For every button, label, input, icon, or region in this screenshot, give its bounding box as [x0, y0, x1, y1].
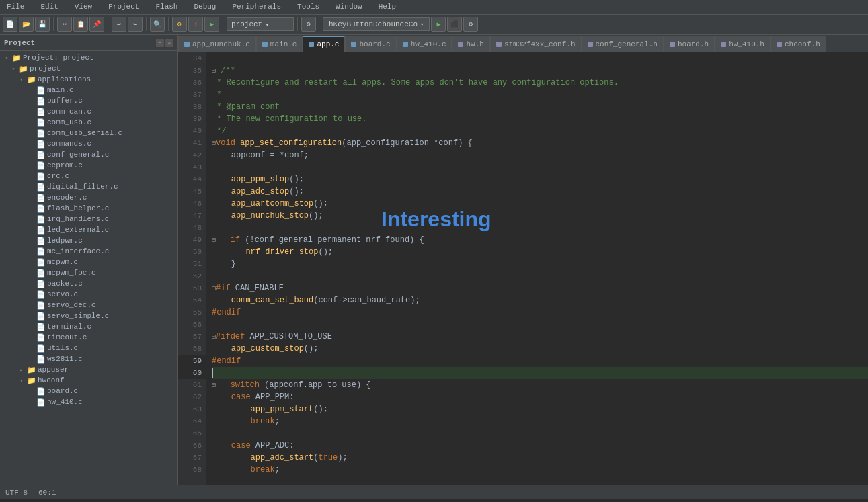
list-item[interactable]: 📄 irq_handlers.c	[0, 214, 177, 224]
code-line[interactable]: * The new configuration to use.	[212, 113, 868, 125]
cut-button[interactable]: ✂	[57, 17, 72, 32]
settings-button[interactable]: ⚙	[301, 17, 316, 32]
tab-hw410-h[interactable]: hw_410.h	[715, 36, 771, 52]
menu-tools[interactable]: Tools	[293, 1, 323, 12]
list-item[interactable]: 📄 mcpwm.c	[0, 257, 177, 267]
tab-hw410[interactable]: hw_410.c	[397, 36, 452, 52]
list-item[interactable]: 📄 crc.c	[0, 171, 177, 181]
code-line[interactable]: app_uartcomm_stop();	[212, 198, 868, 210]
open-file-button[interactable]: 📂	[19, 17, 34, 32]
code-line[interactable]: case APP_PPM:	[212, 391, 868, 403]
list-item[interactable]: 📄 servo_simple.c	[0, 310, 177, 321]
code-line[interactable]: #endif	[212, 306, 868, 319]
list-item[interactable]: 📄 utils.c	[0, 343, 177, 353]
code-line[interactable]: app_ppm_start();	[212, 403, 868, 415]
paste-button[interactable]: 📌	[89, 17, 104, 32]
code-line[interactable]: comm_can_set_baud(conf->can_baud_rate);	[212, 294, 868, 306]
code-line-current[interactable]	[212, 367, 868, 379]
code-line[interactable]	[212, 270, 868, 282]
redo-button[interactable]: ↪	[128, 17, 143, 32]
list-item[interactable]: 📄 servo_dec.c	[0, 300, 177, 310]
code-line[interactable]: * @param conf	[212, 101, 868, 113]
menu-file[interactable]: File	[3, 1, 28, 12]
code-line[interactable]	[212, 52, 868, 65]
code-line[interactable]: *	[212, 89, 868, 101]
list-item[interactable]: 📄 main.c	[0, 85, 177, 95]
code-line[interactable]: break;	[212, 464, 868, 476]
list-item[interactable]: 📄 board.c	[0, 386, 177, 396]
code-line[interactable]: */	[212, 125, 868, 137]
sidebar-collapse-button[interactable]: −	[156, 39, 164, 47]
tab-main[interactable]: main.c	[256, 36, 303, 52]
tree-hwconf[interactable]: ▾ 📁 hwconf	[0, 375, 177, 386]
tab-conf-general-h[interactable]: conf_general.h	[582, 36, 664, 52]
list-item[interactable]: 📄 eeprom.c	[0, 160, 177, 171]
list-item[interactable]: 📄 hw_410.c	[0, 396, 177, 407]
copy-button[interactable]: 📋	[73, 17, 88, 32]
run-button[interactable]: ▶	[431, 17, 446, 32]
list-item[interactable]: 📄 encoder.c	[0, 192, 177, 203]
code-line[interactable]	[212, 222, 868, 234]
list-item[interactable]: 📄 digital_filter.c	[0, 181, 177, 192]
list-item[interactable]: 📄 timeout.c	[0, 332, 177, 343]
code-line[interactable]: break;	[212, 415, 868, 427]
code-line[interactable]: app_ppm_stop();	[212, 173, 868, 185]
code-line[interactable]: app_nunchuk_stop();	[212, 210, 868, 222]
code-line[interactable]: app_adc_start(true);	[212, 452, 868, 464]
menu-debug[interactable]: Debug	[190, 1, 220, 12]
list-item[interactable]: 📄 comm_usb.c	[0, 117, 177, 128]
code-line[interactable]: case APP_ADC:	[212, 440, 868, 452]
code-line[interactable]: ⊟void app_set_configuration(app_configur…	[212, 137, 868, 149]
undo-button[interactable]: ↩	[112, 17, 126, 32]
list-item[interactable]: 📄 ws2811.c	[0, 353, 177, 364]
project-dropdown[interactable]: project ▾	[227, 17, 294, 31]
list-item[interactable]: 📄 servo.c	[0, 289, 177, 300]
tree-applications[interactable]: ▾ 📁 applications	[0, 74, 177, 85]
menu-flash[interactable]: Flash	[151, 1, 182, 12]
tab-chconf[interactable]: chconf.h	[771, 36, 826, 52]
stop-button[interactable]: ⬛	[447, 17, 462, 32]
list-item[interactable]: 📄 conf_general.c	[0, 149, 177, 160]
menu-window[interactable]: Window	[331, 1, 366, 12]
tree-appuser[interactable]: ▸ 📁 appuser	[0, 364, 177, 375]
search-button[interactable]: 🔍	[150, 17, 165, 32]
settings2-button[interactable]: ⚙	[463, 17, 478, 32]
menu-help[interactable]: Help	[374, 1, 400, 12]
code-line[interactable]: ⊟ switch (appconf.app_to_use) {	[212, 379, 868, 391]
build-button[interactable]: ⚙	[172, 17, 187, 32]
code-line[interactable]: ⊟#if CAN_ENABLE	[212, 282, 868, 294]
tab-hw[interactable]: hw.h	[452, 36, 489, 52]
list-item[interactable]: 📄 buffer.c	[0, 95, 177, 106]
menu-edit[interactable]: Edit	[36, 1, 62, 12]
list-item[interactable]: 📄 mc_interface.c	[0, 246, 177, 257]
code-line[interactable]: ⊟ /**	[212, 65, 868, 77]
menu-peripherals[interactable]: Peripherals	[228, 1, 285, 12]
tree-root[interactable]: ▾ 📁 Project: project	[0, 52, 177, 63]
code-line[interactable]: #endif	[212, 355, 868, 367]
menu-view[interactable]: View	[71, 1, 96, 12]
list-item[interactable]: 📄 mcpwm_foc.c	[0, 267, 177, 278]
code-line[interactable]: * Reconfigure and restart all apps. Some…	[212, 77, 868, 89]
list-item[interactable]: 📄 flash_helper.c	[0, 203, 177, 214]
tab-app-nunchuk[interactable]: app_nunchuk.c	[178, 36, 256, 52]
menu-project[interactable]: Project	[104, 1, 143, 12]
code-line[interactable]	[212, 319, 868, 331]
code-editor[interactable]: Interesting ⊟ /** * Reconfigure and rest…	[206, 52, 868, 485]
code-line[interactable]: app_custom_stop();	[212, 343, 868, 355]
code-line[interactable]	[212, 427, 868, 440]
tab-board-h[interactable]: board.h	[664, 36, 715, 52]
tab-stm32[interactable]: stm32f4xx_conf.h	[490, 36, 582, 52]
code-line[interactable]: appconf = *conf;	[212, 149, 868, 161]
list-item[interactable]: 📄 led_external.c	[0, 224, 177, 235]
flash-button[interactable]: ⚡	[188, 17, 203, 32]
list-item[interactable]: 📄 comm_can.c	[0, 106, 177, 117]
tab-app[interactable]: app.c	[303, 36, 345, 52]
code-line[interactable]: nrf_driver_stop();	[212, 246, 868, 258]
code-line[interactable]: ⊟ if (!conf_general_permanent_nrf_found)…	[212, 234, 868, 246]
new-file-button[interactable]: 📄	[3, 17, 17, 32]
save-file-button[interactable]: 💾	[35, 17, 50, 32]
code-line[interactable]: ⊟#ifdef APP_CUSTOM_TO_USE	[212, 331, 868, 343]
list-item[interactable]: 📄 ledpwm.c	[0, 235, 177, 246]
list-item[interactable]: 📄 commands.c	[0, 138, 177, 149]
code-line[interactable]: app_adc_stop();	[212, 185, 868, 198]
